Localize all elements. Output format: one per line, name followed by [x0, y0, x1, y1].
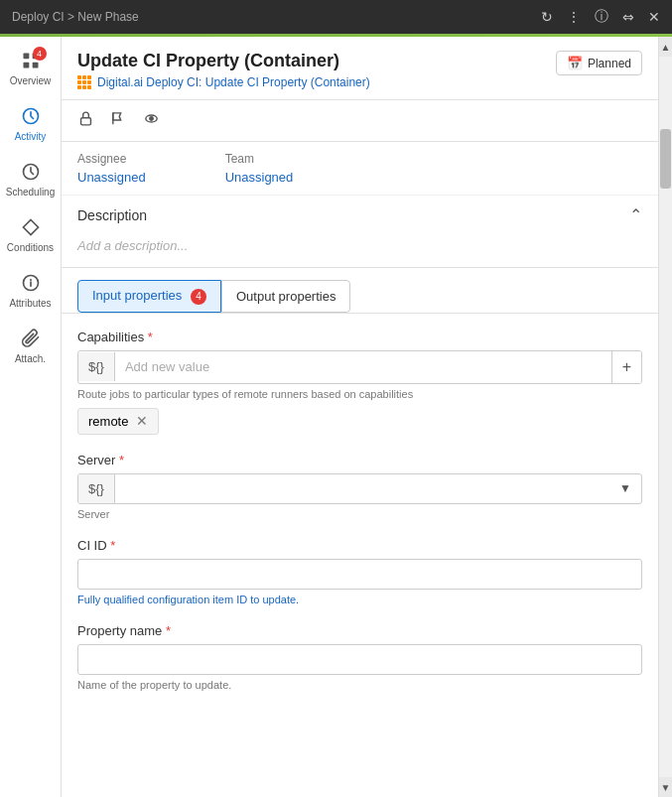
header-subtitle: Digital.ai Deploy CI: Update CI Property… — [77, 75, 370, 89]
diamond-icon — [21, 217, 41, 237]
server-dropdown-arrow: ▼ — [609, 474, 641, 502]
description-body: Add a description... — [62, 234, 658, 267]
server-label: Server * — [77, 453, 642, 467]
property-name-input[interactable] — [77, 644, 642, 675]
overview-icon-wrap: 4 — [21, 51, 41, 72]
info-icon[interactable]: ⓘ — [595, 8, 608, 26]
description-header[interactable]: Description ⌃ — [62, 196, 658, 234]
svg-rect-3 — [32, 63, 38, 68]
svg-rect-2 — [23, 63, 29, 68]
team-value[interactable]: Unassigned — [225, 170, 294, 185]
tab-output-label: Output properties — [236, 289, 336, 304]
activity-icon-wrap — [21, 106, 41, 128]
svg-rect-0 — [23, 54, 29, 60]
server-group: Server * ${} ▼ Server — [77, 453, 642, 520]
assignee-col: Assignee Unassigned — [77, 152, 146, 185]
server-prefix: ${} — [78, 474, 115, 503]
calendar-icon: 📅 — [567, 56, 583, 70]
capabilities-input[interactable] — [115, 352, 611, 381]
server-select[interactable] — [115, 474, 609, 503]
more-vertical-icon[interactable]: ⋮ — [567, 9, 581, 25]
attach-icon-wrap — [21, 329, 41, 350]
description-section: Description ⌃ Add a description... — [62, 196, 658, 268]
property-name-hint: Name of the property to update. — [77, 679, 642, 691]
close-icon[interactable]: ✕ — [648, 9, 660, 25]
overview-badge: 4 — [33, 47, 47, 61]
top-bar: Deploy CI > New Phase ↻ ⋮ ⓘ ⇔ ✕ — [0, 0, 672, 34]
sidebar-item-activity[interactable]: Activity — [0, 96, 61, 152]
svg-rect-7 — [81, 118, 91, 125]
sidebar-conditions-label: Conditions — [7, 242, 54, 253]
form-content: Capabilities * ${} + Route jobs to parti… — [62, 314, 658, 798]
description-title: Description — [77, 207, 147, 223]
server-hint: Server — [77, 508, 642, 520]
capabilities-input-row: ${} + — [77, 350, 642, 384]
sidebar-item-conditions[interactable]: Conditions — [0, 207, 61, 263]
tab-input-label: Input properties — [92, 288, 182, 303]
capabilities-hint: Route jobs to particular types of remote… — [77, 388, 642, 400]
description-placeholder[interactable]: Add a description... — [77, 238, 188, 253]
subtitle-text: Digital.ai Deploy CI: Update CI Property… — [97, 75, 370, 89]
property-name-group: Property name * Name of the property to … — [77, 623, 642, 691]
tab-input-properties[interactable]: Input properties 4 — [77, 280, 221, 313]
sidebar-item-attach[interactable]: Attach. — [0, 319, 61, 374]
ci-id-input[interactable] — [77, 559, 642, 590]
planned-badge-label: Planned — [588, 57, 631, 70]
expand-icon[interactable]: ⇔ — [622, 9, 634, 25]
scrollbar-up-arrow[interactable]: ▲ — [659, 37, 672, 57]
tab-output-properties[interactable]: Output properties — [221, 280, 350, 313]
input-tab-badge: 4 — [191, 289, 206, 305]
ci-id-label: CI ID * — [77, 538, 642, 553]
sidebar-item-overview[interactable]: 4 Overview — [0, 41, 61, 96]
capabilities-group: Capabilities * ${} + Route jobs to parti… — [77, 330, 642, 435]
sidebar-activity-label: Activity — [15, 131, 47, 142]
scrollbar-down-arrow[interactable]: ▼ — [659, 777, 672, 797]
sidebar: 4 Overview Activity Scheduling — [0, 37, 62, 797]
deploy-grid-icon — [77, 75, 91, 89]
scrollbar-thumb[interactable] — [660, 129, 671, 189]
circle-info-icon — [21, 273, 41, 293]
tabs-row: Input properties 4 Output properties — [62, 268, 658, 314]
action-icons-row — [62, 100, 658, 142]
refresh-icon[interactable]: ↻ — [541, 9, 553, 25]
breadcrumb: Deploy CI > New Phase — [12, 10, 541, 24]
team-label: Team — [225, 152, 294, 166]
paperclip-icon — [21, 329, 41, 348]
flag-icon[interactable] — [110, 110, 127, 131]
capabilities-prefix: ${} — [78, 352, 115, 381]
clock-icon — [21, 106, 41, 126]
content-header: Update CI Property (Container) Digital.a… — [62, 37, 658, 100]
description-chevron: ⌃ — [629, 205, 642, 224]
sidebar-overview-label: Overview — [10, 75, 52, 86]
content-area: Update CI Property (Container) Digital.a… — [62, 37, 658, 797]
assignee-value[interactable]: Unassigned — [77, 170, 146, 185]
planned-badge-button[interactable]: 📅 Planned — [556, 51, 642, 75]
scheduling-icon-wrap — [21, 162, 41, 184]
property-name-label: Property name * — [77, 623, 642, 638]
sidebar-attributes-label: Attributes — [9, 298, 51, 309]
ci-id-hint: Fully qualified configuration item ID to… — [77, 594, 642, 605]
header-left: Update CI Property (Container) Digital.a… — [77, 51, 370, 89]
right-scrollbar: ▲ ▼ — [658, 37, 672, 797]
lock-icon[interactable] — [77, 110, 94, 131]
sidebar-item-scheduling[interactable]: Scheduling — [0, 152, 61, 207]
scrollbar-track[interactable] — [659, 57, 672, 777]
svg-point-10 — [150, 117, 154, 121]
assignee-team-row: Assignee Unassigned Team Unassigned — [62, 142, 658, 196]
conditions-icon-wrap — [21, 217, 41, 239]
sidebar-item-attributes[interactable]: Attributes — [0, 263, 61, 319]
tag-label: remote — [88, 414, 128, 429]
capabilities-label: Capabilities * — [77, 330, 642, 344]
top-bar-icons: ↻ ⋮ ⓘ ⇔ ✕ — [541, 8, 660, 26]
sidebar-scheduling-label: Scheduling — [6, 187, 55, 198]
sidebar-attach-label: Attach. — [15, 353, 46, 364]
capabilities-add-button[interactable]: + — [611, 351, 641, 383]
server-select-row: ${} ▼ — [77, 473, 642, 504]
team-col: Team Unassigned — [225, 152, 294, 185]
tag-remove-button[interactable]: ✕ — [136, 414, 148, 428]
ci-id-group: CI ID * Fully qualified configuration it… — [77, 538, 642, 605]
page-title: Update CI Property (Container) — [77, 51, 370, 71]
scheduling-clock-icon — [21, 162, 41, 182]
eye-icon[interactable] — [143, 110, 160, 131]
main-layout: 4 Overview Activity Scheduling — [0, 37, 672, 797]
